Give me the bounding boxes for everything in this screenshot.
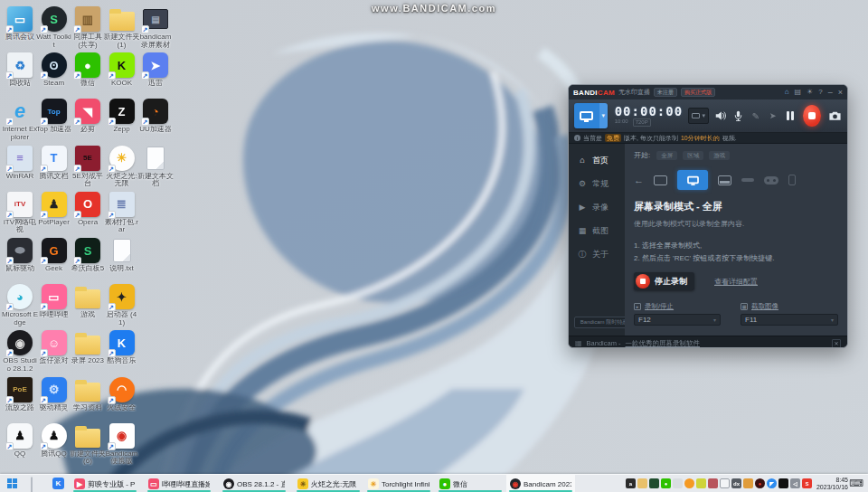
desktop-icon[interactable]: iTV↗iTV网络电视	[2, 192, 38, 234]
tray-icon[interactable]: ●	[661, 478, 671, 488]
desktop-icon[interactable]: PoE↗流放之路	[2, 377, 38, 412]
start-chip[interactable]: 区域	[683, 151, 703, 160]
stop-recording-button[interactable]: 停止录制	[634, 272, 694, 290]
desktop-icon[interactable]: K↗酷狗音乐	[104, 330, 140, 365]
tips-icon[interactable]: ☀	[807, 88, 813, 97]
tray-icon[interactable]	[649, 478, 659, 488]
desktop-icon[interactable]: ≡↗WinRAR	[2, 146, 38, 181]
desktop-icon[interactable]: 学习资料	[70, 377, 106, 412]
desktop-icon[interactable]: ☺↗蛋仔派对	[36, 330, 72, 365]
taskbar-window-button[interactable]: ▭哔哩哔哩直播姬..	[145, 475, 213, 492]
desktop-icon[interactable]: ◠↗火绒安全	[104, 377, 140, 412]
tray-icon[interactable]	[673, 478, 683, 488]
desktop-icon[interactable]: ♟↗腾讯QQ	[36, 423, 72, 459]
tray-icon[interactable]: ●	[755, 478, 765, 488]
help-icon[interactable]: ?	[818, 88, 822, 97]
desktop-icon[interactable]: ⚙↗驱动精灵	[36, 377, 72, 412]
desktop-icon[interactable]: ➤↗迅雷	[137, 52, 174, 88]
desktop-icon[interactable]: ⬬↗鼠标驱动	[2, 238, 38, 273]
drawing-icon[interactable]: ✎	[750, 109, 761, 123]
tray-icon[interactable]	[696, 478, 706, 488]
pinned-notes-icon[interactable]	[31, 478, 33, 492]
taskbar-window-button[interactable]: ☀火炬之光:无限	[294, 475, 363, 492]
desktop-icon[interactable]: 录屏 2023	[70, 330, 106, 365]
desktop-icon[interactable]: 游戏	[70, 284, 106, 319]
speaker-icon[interactable]	[714, 109, 727, 123]
sidebar-item-常规[interactable]: ⚙常规	[569, 172, 625, 195]
webcam-selector[interactable]: ▾	[688, 108, 709, 124]
desktop-icon[interactable]: K↗KOOK	[104, 52, 140, 88]
sidebar-item-录像[interactable]: ▶录像	[569, 195, 625, 219]
bandicam-titlebar[interactable]: BANDICAM 无水印直播 未注册 购买正式版 ⌂▤☀?–×	[569, 85, 847, 99]
tray-icon[interactable]	[708, 478, 718, 488]
sidebar-item-截图[interactable]: ▦截图	[569, 219, 625, 242]
taskbar-window-button[interactable]: ◉Bandicam 2023 L..	[506, 475, 575, 492]
unregistered-badge[interactable]: 未注册	[654, 88, 677, 97]
back-icon[interactable]: ←	[634, 175, 644, 185]
device-mode-icon[interactable]	[788, 175, 796, 185]
taskbar-clock[interactable]: 8:45 2023/10/16	[816, 477, 848, 491]
desktop-icon[interactable]: S↗希沃白板5	[70, 238, 106, 273]
banner-close-icon[interactable]: ✕	[832, 339, 841, 348]
screenshot-camera-icon[interactable]	[828, 109, 842, 123]
desktop-icon[interactable]: ◥↗必剪	[70, 99, 106, 134]
desktop-icon[interactable]: ♟↗PotPlayer	[36, 192, 72, 227]
tray-icon[interactable]: dx	[731, 478, 741, 488]
minimize-button[interactable]: –	[828, 88, 833, 97]
desktop-icon[interactable]: ≣↗素材打包.rar	[104, 192, 140, 234]
mode-dropdown-arrow[interactable]: ▾	[599, 103, 608, 128]
taskbar-window-button[interactable]: ◉OBS 28.1.2 - 直播	[220, 475, 288, 492]
tray-icon[interactable]: ◤	[767, 478, 777, 488]
desktop-icon[interactable]: ♟↗QQ	[2, 423, 38, 459]
desktop-icon[interactable]: ♻↗回收站	[2, 52, 38, 88]
desktop-icon[interactable]: ●↗微信	[70, 52, 106, 88]
license-icon[interactable]: ▤	[795, 88, 802, 97]
desktop-icon[interactable]: 新建文本文档	[137, 146, 174, 188]
desktop-icon[interactable]: O↗Opera	[70, 192, 106, 227]
desktop-icon[interactable]: T↗腾讯文档	[36, 146, 72, 181]
start-chip[interactable]: 游戏	[709, 151, 730, 160]
start-chip[interactable]: 全屏	[656, 151, 677, 160]
tray-icon[interactable]	[637, 478, 647, 488]
desktop-icon[interactable]: ◉↗OBS Studio 28.1.2	[2, 330, 38, 373]
tray-icon[interactable]: S	[802, 478, 812, 488]
buy-license-badge[interactable]: 购买正式版	[681, 88, 715, 97]
microphone-icon[interactable]	[732, 109, 744, 123]
start-button[interactable]	[7, 478, 18, 489]
detail-config-link[interactable]: 查看详细配置	[714, 277, 758, 287]
taskbar-window-button[interactable]: ☀Torchlight Infinite	[364, 475, 433, 492]
hotkey-record-input[interactable]: F12▾	[634, 314, 721, 326]
desktop-icon[interactable]: 新建文件夹 (6)	[70, 423, 106, 466]
touch-keyboard-icon[interactable]: ⌨	[849, 478, 863, 489]
desktop-icon[interactable]: Top↗Top 加速器	[36, 99, 72, 134]
mouse-effect-icon[interactable]: ➤	[767, 109, 778, 123]
sidebar-item-关于[interactable]: ⓘ关于	[569, 242, 625, 266]
tray-icon[interactable]: ◁	[790, 478, 800, 488]
area-mode-icon[interactable]	[654, 175, 667, 185]
desktop-icon[interactable]: ◔↗UU加速器	[137, 99, 174, 134]
desktop-icon[interactable]: ✦↗启动器 (41)	[104, 284, 140, 326]
tray-icon[interactable]	[778, 478, 788, 488]
hotkey-screenshot-input[interactable]: F11▾	[741, 314, 838, 326]
tray-icon[interactable]	[743, 478, 753, 488]
pause-button[interactable]	[784, 109, 796, 123]
tray-icon[interactable]: a	[626, 478, 636, 488]
record-mode-button[interactable]: ▾	[574, 103, 608, 128]
desktop-icon[interactable]: ◕↗Microsoft Edge	[2, 284, 38, 326]
game-mode-icon[interactable]	[764, 176, 778, 184]
tray-icon[interactable]	[720, 478, 730, 488]
desktop-icon[interactable]: e↗Internet Explorer	[2, 99, 38, 141]
desktop-icon[interactable]: Z↗Zepp	[104, 99, 140, 134]
desktop-icon[interactable]: ▭↗哔哩哔哩	[36, 284, 72, 319]
fullscreen-mode-tab[interactable]	[677, 170, 708, 190]
stop-record-button[interactable]	[803, 105, 821, 127]
desktop-icon[interactable]: G↗Geek	[36, 238, 72, 273]
home-icon[interactable]: ⌂	[785, 88, 789, 97]
desktop-icon[interactable]: ☀↗火炬之光:无限	[104, 146, 140, 188]
around-mouse-mode-icon[interactable]	[718, 175, 731, 185]
ad-link[interactable]: 一款优秀的屏幕录制软件	[626, 339, 701, 348]
sidebar-item-首页[interactable]: ⌂首页	[569, 148, 625, 172]
desktop-icon[interactable]: ʘ↗Steam	[36, 52, 72, 88]
desktop-icon[interactable]: 5E↗5E对战平台	[70, 146, 106, 188]
pinned-kugou-icon[interactable]: K	[52, 478, 64, 489]
